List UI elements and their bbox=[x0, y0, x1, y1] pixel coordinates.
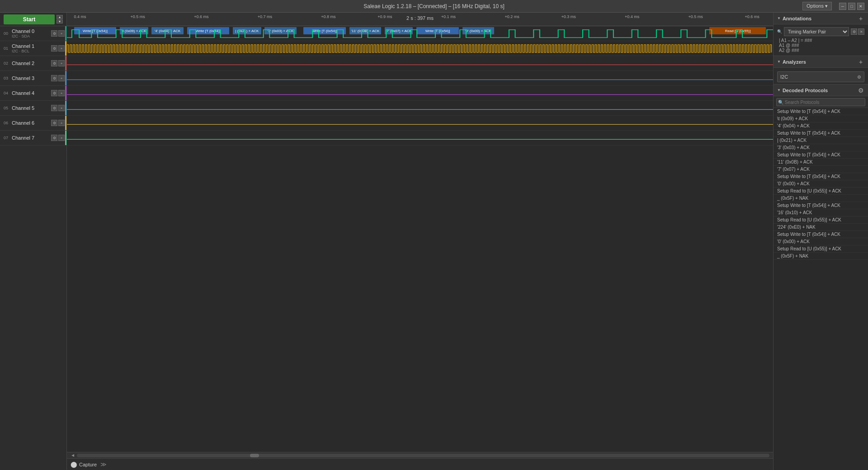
signal-row-4 bbox=[67, 86, 773, 101]
start-button[interactable]: Start bbox=[4, 14, 55, 24]
channel-add-5[interactable]: + bbox=[58, 105, 65, 111]
protocol-item-4[interactable]: | (0x21) + ACK bbox=[774, 137, 868, 144]
capture-button[interactable]: ⬤ Capture bbox=[71, 461, 97, 468]
channel-name-2: Channel 2 bbox=[12, 61, 51, 66]
ruler-label-9: +0.4 ms bbox=[625, 14, 639, 19]
channel-name-1: Channel 1 bbox=[12, 43, 51, 49]
channel-name-4: Channel 4 bbox=[12, 90, 51, 96]
arrow-up-button[interactable]: ▲ bbox=[57, 15, 63, 19]
protocol-item-10[interactable]: '0' (0x00) + ACK bbox=[774, 180, 868, 188]
analyzer-i2c-item[interactable]: I2C ⚙ bbox=[777, 71, 864, 82]
scroll-left-button[interactable]: ◀ bbox=[71, 453, 75, 458]
annotations-header: ▼ Annotations + bbox=[774, 13, 868, 24]
channel-add-6[interactable]: + bbox=[58, 120, 65, 126]
protocol-item-12[interactable]: _ (0x5F) + NAK bbox=[774, 195, 868, 202]
channel-color-bar-7 bbox=[65, 131, 66, 145]
protocol-item-16[interactable]: '224' (0xE0) + NAK bbox=[774, 224, 868, 231]
protocol-item-13[interactable]: Setup Write to [T (0x54)] + ACK bbox=[774, 202, 868, 209]
channel-settings-0[interactable]: ⚙ bbox=[51, 30, 57, 37]
channel-icons-3: ⚙ + bbox=[51, 75, 65, 81]
signal-row-1 bbox=[67, 41, 773, 56]
decoded-collapse-icon[interactable]: ▼ bbox=[777, 88, 781, 92]
protocol-item-18[interactable]: '0' (0x00) + ACK bbox=[774, 238, 868, 245]
minimize-button[interactable]: ─ bbox=[839, 3, 846, 10]
maximize-button[interactable]: □ bbox=[848, 3, 855, 10]
scrollbar-thumb[interactable] bbox=[250, 454, 259, 457]
protocol-item-8[interactable]: '7' (0x07) + ACK bbox=[774, 166, 868, 173]
annotation-delete-icon[interactable]: ✕ bbox=[858, 28, 864, 35]
search-filter-icon: 🔍 bbox=[777, 29, 782, 34]
protocol-item-2[interactable]: '4' (0x04) + ACK bbox=[774, 122, 868, 130]
channel-add-1[interactable]: + bbox=[58, 45, 65, 52]
titlebar-controls: ─ □ ✕ bbox=[839, 3, 864, 10]
ruler-label-3: +0.7 ms bbox=[258, 14, 272, 19]
channel-row-3: 03 Channel 3 ⚙ + bbox=[0, 71, 66, 86]
channel-settings-5[interactable]: ⚙ bbox=[51, 105, 57, 111]
protocol-item-15[interactable]: Setup Read to [U (0x55)] + ACK bbox=[774, 216, 868, 224]
protocol-item-19[interactable]: Setup Read to [U (0x55)] + ACK bbox=[774, 245, 868, 253]
search-protocols-bar: 🔍 bbox=[774, 96, 868, 108]
channel-color-bar-5 bbox=[65, 101, 66, 115]
channel-settings-1[interactable]: ⚙ bbox=[51, 45, 57, 52]
capture-label: Capture bbox=[79, 462, 97, 467]
channel-add-4[interactable]: + bbox=[58, 90, 65, 96]
scrollbar-track[interactable] bbox=[77, 454, 769, 457]
protocol-item-11[interactable]: Setup Read to [U (0x55)] + ACK bbox=[774, 188, 868, 195]
channel-5-waveform bbox=[67, 101, 773, 115]
analyzers-add-button[interactable]: + bbox=[857, 58, 864, 66]
channel-settings-2[interactable]: ⚙ bbox=[51, 60, 57, 66]
protocol-item-0[interactable]: Setup Write to [T (0x54)] + ACK bbox=[774, 108, 868, 115]
arrow-down-button[interactable]: ▼ bbox=[57, 19, 63, 24]
a1-a2-value: | A1 – A2 | = ### bbox=[777, 38, 864, 43]
channel-add-2[interactable]: + bbox=[58, 60, 65, 66]
signal-row-7 bbox=[67, 131, 773, 146]
channel-settings-6[interactable]: ⚙ bbox=[51, 120, 57, 126]
sda-waveform bbox=[67, 26, 773, 41]
ruler-label-6: +0.1 ms bbox=[441, 14, 456, 19]
channel-row-5: 05 Channel 5 ⚙ + bbox=[0, 101, 66, 116]
analyzers-content: I2C ⚙ bbox=[774, 68, 868, 84]
channel-add-7[interactable]: + bbox=[58, 135, 65, 141]
extend-icon[interactable]: ≫ bbox=[100, 461, 107, 468]
channel-add-3[interactable]: + bbox=[58, 75, 65, 81]
protocol-item-1[interactable]: \t (0x09) + ACK bbox=[774, 115, 868, 122]
analyzers-collapse-icon[interactable]: ▼ bbox=[777, 60, 781, 64]
channel-row-2: 02 Channel 2 ⚙ + bbox=[0, 56, 66, 71]
annotations-add-button[interactable]: + bbox=[857, 15, 864, 22]
analyzer-settings-button[interactable]: ⚙ bbox=[857, 75, 861, 80]
channel-settings-4[interactable]: ⚙ bbox=[51, 90, 57, 96]
channel-settings-7[interactable]: ⚙ bbox=[51, 135, 57, 141]
search-wrapper: 🔍 bbox=[776, 98, 865, 106]
protocol-item-7[interactable]: '11' (0x0B) + ACK bbox=[774, 159, 868, 166]
close-button[interactable]: ✕ bbox=[857, 3, 864, 10]
channel-3-waveform bbox=[67, 71, 773, 85]
channel-num-6: 06 bbox=[2, 121, 10, 125]
right-panel: ▼ Annotations + 🔍 Timing Marker Pair ⚙ ✕… bbox=[773, 13, 868, 470]
protocol-item-3[interactable]: Setup Write to [T (0x54)] + ACK bbox=[774, 130, 868, 137]
channel-color-bar-0 bbox=[65, 26, 66, 41]
protocol-item-20[interactable]: _ (0x5F) + NAK bbox=[774, 253, 868, 260]
channels-view[interactable]: Write [T (0x54)]\t (0x09) + ACK'4' (0x04… bbox=[67, 26, 773, 452]
titlebar: Saleae Logic 1.2.18 – [Connected] – [16 … bbox=[0, 0, 868, 13]
annotation-settings-icon[interactable]: ⚙ bbox=[851, 28, 857, 35]
search-protocols-input[interactable] bbox=[776, 98, 865, 106]
protocol-item-9[interactable]: Setup Write to [T (0x54)] + ACK bbox=[774, 173, 868, 180]
channel-num-1: 01 bbox=[2, 46, 10, 51]
channel-add-0[interactable]: + bbox=[58, 30, 65, 37]
protocol-list[interactable]: Setup Write to [T (0x54)] + ACK\t (0x09)… bbox=[774, 108, 868, 470]
ruler-label-10: +0.5 ms bbox=[689, 14, 703, 19]
start-arrows: ▲ ▼ bbox=[57, 15, 63, 24]
protocol-item-14[interactable]: '16' (0x10) + ACK bbox=[774, 209, 868, 216]
options-button[interactable]: Options ▾ bbox=[802, 2, 832, 10]
protocol-item-6[interactable]: Setup Write to [T (0x54)] + ACK bbox=[774, 151, 868, 159]
timing-marker-select[interactable]: Timing Marker Pair bbox=[784, 27, 849, 36]
channel-rows: 00 Channel 0 I2C · SDA ⚙ + 01 Channel 1 … bbox=[0, 26, 66, 146]
annotations-collapse-icon[interactable]: ▼ bbox=[777, 16, 781, 20]
channel-name-7: Channel 7 bbox=[12, 135, 51, 141]
channel-name-3: Channel 3 bbox=[12, 75, 51, 81]
channel-settings-3[interactable]: ⚙ bbox=[51, 75, 57, 81]
decoded-settings-button[interactable]: ⚙ bbox=[857, 87, 864, 94]
ruler-label-5: +0.9 ms bbox=[377, 14, 392, 19]
protocol-item-17[interactable]: Setup Write to [T (0x54)] + ACK bbox=[774, 231, 868, 238]
protocol-item-5[interactable]: '3' (0x03) + ACK bbox=[774, 144, 868, 151]
